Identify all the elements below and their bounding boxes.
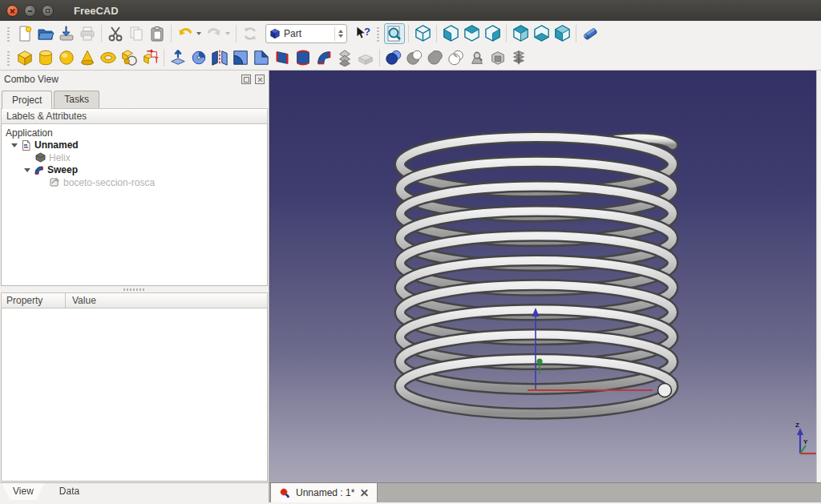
loft-button[interactable]: [293, 47, 313, 68]
viewport-3d[interactable]: Z X Y: [269, 71, 816, 482]
sweep-button[interactable]: [313, 47, 334, 68]
ruled-surface-button[interactable]: [272, 47, 293, 68]
thickness-button[interactable]: [355, 47, 376, 68]
new-document-button[interactable]: [14, 23, 35, 44]
top-view-button[interactable]: [461, 23, 482, 44]
panel-float-icon[interactable]: [241, 75, 251, 84]
redo-dropdown-icon[interactable]: [225, 32, 230, 35]
tree-item-sweep[interactable]: Sweep: [2, 164, 267, 177]
shape-builder-button[interactable]: [140, 47, 160, 68]
print-button[interactable]: [77, 23, 98, 44]
workbench-cube-icon: [269, 28, 281, 39]
freecad-logo-icon: [279, 487, 290, 498]
intersection-button[interactable]: [446, 47, 467, 68]
tab-view[interactable]: View: [2, 483, 45, 502]
union-button[interactable]: [425, 47, 446, 68]
cut-button[interactable]: [105, 23, 126, 44]
combo-view-tabs: Project Tasks: [0, 88, 269, 108]
window-right-edge: [816, 71, 821, 482]
whats-this-button[interactable]: ?: [352, 23, 373, 44]
combo-view-header: Combo View: [0, 71, 269, 88]
viewport-3d-scene: Z X Y: [269, 71, 816, 482]
redo-button[interactable]: [204, 23, 224, 44]
open-file-button[interactable]: [35, 23, 56, 44]
title-bar[interactable]: FreeCAD: [0, 0, 821, 21]
tree-column-header[interactable]: Labels & Attributes: [1, 108, 268, 124]
viewport-wrap: Z X Y: [269, 71, 821, 482]
toolbar-separator: [164, 49, 164, 67]
fillet-button[interactable]: [230, 47, 251, 68]
freecad-window: FreeCAD Part ?: [0, 0, 821, 504]
create-primitives-button[interactable]: [119, 47, 140, 68]
tab-data[interactable]: Data: [48, 483, 91, 502]
paste-button[interactable]: [147, 23, 168, 44]
fit-all-button[interactable]: [384, 23, 405, 44]
check-geometry-button[interactable]: [467, 47, 487, 68]
property-table-header[interactable]: Property Value: [1, 292, 268, 308]
model-tree[interactable]: Application Unnamed Helix Sweep: [1, 124, 268, 286]
cone-button[interactable]: [77, 47, 98, 68]
expander-icon[interactable]: [11, 143, 18, 147]
extrude-button[interactable]: [168, 47, 188, 68]
toolbar-separator: [101, 25, 102, 42]
copy-button[interactable]: [126, 23, 147, 44]
expander-icon[interactable]: [24, 168, 30, 172]
front-view-button[interactable]: [440, 23, 461, 44]
toolbar-separator: [408, 25, 409, 42]
toolbar-separator: [506, 25, 507, 42]
toolbar-grip[interactable]: [6, 50, 12, 66]
rear-view-button[interactable]: [510, 23, 531, 44]
window-maximize-button[interactable]: [42, 5, 54, 17]
workbench-selector[interactable]: Part: [265, 24, 347, 43]
refresh-button[interactable]: [240, 23, 261, 44]
window-close-button[interactable]: [6, 5, 18, 17]
boolean-cut-button[interactable]: [404, 47, 425, 68]
window-minimize-button[interactable]: [24, 5, 36, 17]
window-title: FreeCAD: [74, 5, 119, 17]
tree-item-helix[interactable]: Helix: [2, 151, 267, 164]
question-glyph: ?: [364, 26, 370, 38]
main-area: Combo View Project Tasks Labels & Attrib…: [0, 71, 821, 482]
tree-item-unnamed[interactable]: Unnamed: [2, 139, 267, 152]
workbench-selector-value: Part: [284, 28, 334, 39]
offset-button[interactable]: [334, 47, 355, 68]
right-view-button[interactable]: [482, 23, 503, 44]
sphere-button[interactable]: [56, 47, 77, 68]
toolbar-grip[interactable]: [6, 26, 12, 42]
helix-spring[interactable]: [400, 137, 673, 413]
tab-tasks[interactable]: Tasks: [54, 91, 99, 108]
tab-close-icon[interactable]: [360, 489, 369, 498]
measure-button[interactable]: [580, 23, 601, 44]
revolve-button[interactable]: [188, 47, 209, 68]
mdi-tab-bar: Unnamed : 1*: [269, 482, 821, 502]
tab-project[interactable]: Project: [2, 91, 52, 109]
tree-item-application[interactable]: Application: [2, 127, 267, 139]
undo-button[interactable]: [175, 23, 196, 44]
workbench-selector-spinner[interactable]: [334, 26, 343, 41]
chamfer-button[interactable]: [251, 47, 272, 68]
box-button[interactable]: [14, 47, 35, 68]
document-tab[interactable]: Unnamed : 1*: [270, 483, 378, 502]
mirror-button[interactable]: [209, 47, 230, 68]
defeaturing-button[interactable]: [487, 47, 508, 68]
toolbar-grip[interactable]: [375, 26, 382, 42]
toolbar-separator: [171, 25, 172, 42]
y-axis-label: Y: [803, 438, 808, 446]
property-table-body[interactable]: [1, 308, 268, 482]
undo-dropdown-icon[interactable]: [196, 32, 201, 35]
panel-close-icon[interactable]: [255, 75, 265, 84]
panel-splitter[interactable]: [0, 286, 269, 292]
save-button[interactable]: [56, 23, 77, 44]
left-view-button[interactable]: [552, 23, 572, 44]
axonometric-view-button[interactable]: [412, 23, 433, 44]
property-view-tabs: View Data: [0, 482, 269, 502]
z-axis-label: Z: [795, 421, 799, 429]
boolean-button[interactable]: [383, 47, 404, 68]
bottom-view-button[interactable]: [531, 23, 552, 44]
cross-sections-button[interactable]: [508, 47, 529, 68]
tree-item-boceto-seccion-rosca[interactable]: boceto-seccion-rosca: [2, 176, 267, 189]
cylinder-button[interactable]: [35, 47, 56, 68]
sketch-icon: [50, 177, 60, 187]
wire-end-cap: [658, 384, 672, 397]
torus-button[interactable]: [98, 47, 119, 68]
